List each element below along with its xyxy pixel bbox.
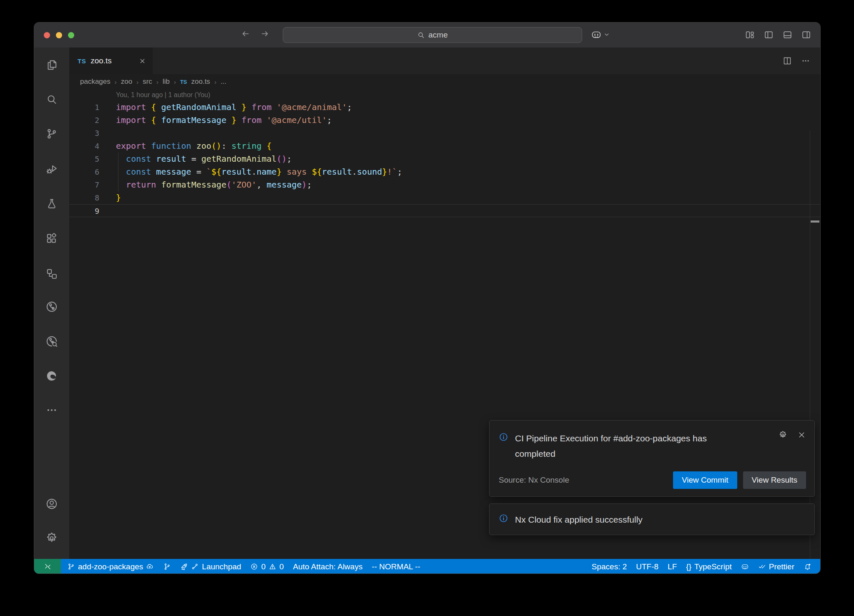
line-number: 5	[69, 153, 99, 165]
notification-message: Nx Cloud fix applied successfully	[515, 512, 643, 527]
code-line: 8}	[69, 191, 820, 204]
copilot-icon[interactable]	[591, 29, 602, 40]
status-text: 0	[261, 562, 266, 571]
view-commit-button[interactable]: View Commit	[673, 471, 737, 489]
code-token: {	[266, 141, 271, 151]
activity-bar-gitlens[interactable]	[45, 300, 58, 313]
activity-bar-account[interactable]	[45, 498, 58, 510]
activity-bar-source-control[interactable]	[45, 128, 58, 140]
traffic-lights	[44, 32, 74, 38]
code-token: formatMessage	[161, 180, 226, 190]
status-item-launchpad[interactable]: Launchpad	[176, 559, 246, 574]
split-editor-icon[interactable]	[783, 56, 792, 65]
gitlens-inspect-icon	[45, 335, 58, 348]
activity-bar-extensions[interactable]	[45, 232, 58, 245]
line-number: 3	[69, 127, 99, 140]
line-number: 6	[69, 165, 99, 178]
toggle-sidebar-icon[interactable]	[764, 30, 774, 40]
command-center-search[interactable]: acme	[283, 27, 582, 43]
code-token: '@acme/animal'	[276, 102, 347, 112]
toast-actions	[779, 431, 806, 439]
breadcrumb-item-file[interactable]: zoo.ts	[191, 78, 210, 86]
code-token: string	[231, 141, 261, 151]
close-window-button[interactable]	[44, 32, 50, 38]
toggle-panel-icon[interactable]	[783, 30, 792, 40]
breadcrumb-item-packages[interactable]: packages	[80, 78, 111, 86]
code-token: ()	[276, 154, 286, 164]
code-token: from	[236, 115, 266, 125]
toggle-secondary-sidebar-icon[interactable]	[801, 30, 811, 40]
status-item-git-branch[interactable]: add-zoo-packages	[63, 559, 158, 574]
status-text: LF	[668, 562, 677, 571]
status-item-eol[interactable]: LF	[663, 559, 681, 574]
code-line: 1import { getRandomAnimal } from '@acme/…	[69, 101, 820, 114]
error-icon	[250, 563, 258, 571]
close-icon[interactable]	[797, 431, 806, 439]
status-item-problems[interactable]: 00	[246, 559, 288, 574]
search-value: acme	[428, 30, 447, 40]
check-double-icon	[758, 563, 766, 571]
source-control-icon	[45, 128, 58, 140]
status-text: Prettier	[769, 562, 794, 571]
toast-header: CI Pipeline Execution for #add-zoo-packa…	[499, 431, 805, 461]
status-item-encoding[interactable]: UTF-8	[631, 559, 663, 574]
code-token: }	[382, 167, 387, 177]
status-item-language-mode[interactable]: {}TypeScript	[681, 559, 736, 574]
activity-bar-project-graph[interactable]	[45, 268, 58, 280]
files-icon	[45, 59, 58, 71]
gear-icon[interactable]	[779, 431, 787, 439]
status-text: Auto Attach: Always	[293, 562, 363, 571]
activity-bar-testing[interactable]	[45, 198, 58, 210]
warning-icon	[269, 563, 276, 571]
maximize-window-button[interactable]	[68, 32, 74, 38]
breadcrumb-item-lib[interactable]: lib	[163, 78, 170, 86]
chevron-down-icon[interactable]	[603, 31, 610, 38]
activity-bar-search[interactable]	[45, 93, 58, 106]
status-item-commit-graph[interactable]	[158, 559, 176, 574]
code-token	[116, 154, 126, 164]
activity-bar-more-views[interactable]	[45, 404, 58, 416]
indent-guide	[118, 153, 118, 191]
breadcrumb-symbol-ellipsis[interactable]: ...	[221, 78, 226, 86]
code-text: import { getRandomAnimal } from '@acme/a…	[99, 101, 352, 114]
rocket-icon	[180, 563, 188, 571]
status-item-vim-mode[interactable]: -- NORMAL --	[367, 559, 424, 574]
customize-layout-icon[interactable]	[745, 30, 755, 40]
breadcrumb-item-src[interactable]: src	[143, 78, 152, 86]
activity-bar-run-debug[interactable]	[45, 163, 58, 175]
status-item-indentation[interactable]: Spaces: 2	[587, 559, 632, 574]
code-token: ,	[256, 180, 266, 190]
status-item-auto-attach[interactable]: Auto Attach: Always	[289, 559, 367, 574]
toast-footer: Source: Nx ConsoleView CommitView Result…	[499, 471, 806, 489]
remote-indicator[interactable]	[34, 559, 61, 574]
tab-zoo-ts[interactable]: TS zoo.ts	[69, 48, 153, 74]
launchpad-branch-icon	[191, 563, 199, 571]
view-results-button[interactable]: View Results	[743, 471, 806, 489]
breadcrumb-separator-icon: ›	[115, 78, 117, 85]
code-token: (	[226, 180, 231, 190]
line-number: 9	[69, 205, 99, 217]
tab-close-icon[interactable]	[139, 58, 146, 65]
status-item-notifications-bell[interactable]	[799, 559, 816, 574]
forward-arrow-icon[interactable]	[260, 29, 270, 39]
activity-bar-edge-devtools[interactable]	[45, 370, 58, 382]
vscode-window: acme TS zoo.ts	[34, 22, 821, 574]
code-line: 2import { formatMessage } from '@acme/ut…	[69, 114, 820, 127]
activity-bar-explorer[interactable]	[45, 59, 58, 71]
activity-bar-settings[interactable]	[45, 532, 58, 544]
code-token: }	[276, 167, 281, 177]
more-actions-icon[interactable]	[801, 56, 810, 65]
back-arrow-icon[interactable]	[241, 29, 251, 39]
copilot-icon	[741, 563, 749, 571]
typescript-file-icon: TS	[180, 79, 187, 85]
code-token: ${	[211, 167, 221, 177]
status-item-copilot-status[interactable]	[736, 559, 754, 574]
status-text: -- NORMAL --	[372, 562, 420, 571]
breadcrumb-item-zoo[interactable]: zoo	[121, 78, 132, 86]
status-item-formatter[interactable]: Prettier	[754, 559, 799, 574]
project-graph-icon	[45, 268, 58, 280]
code-token: :	[221, 141, 231, 151]
activity-bar-gitlens-inspect[interactable]	[45, 335, 58, 348]
code-text	[99, 127, 116, 140]
minimize-window-button[interactable]	[56, 32, 62, 38]
